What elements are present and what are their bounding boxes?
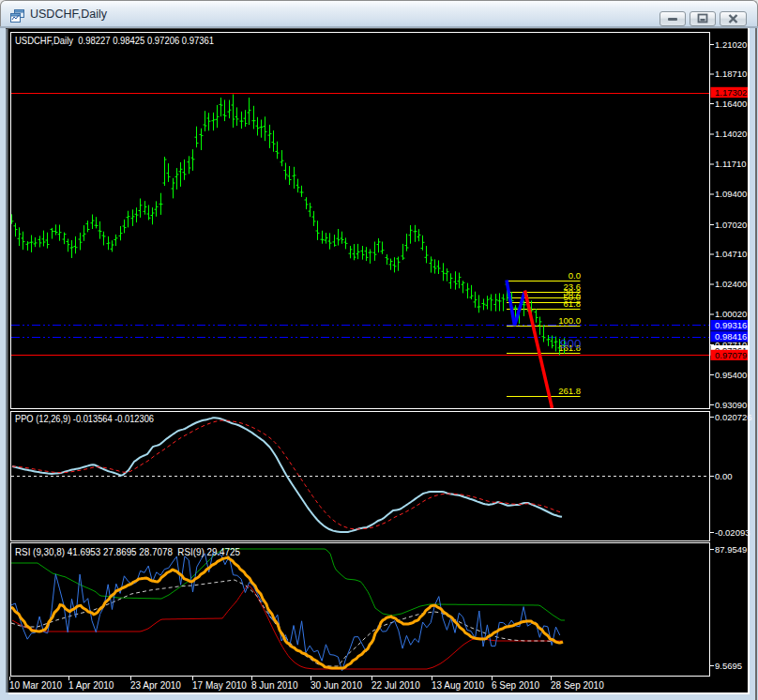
- svg-text:0.98416: 0.98416: [715, 331, 747, 342]
- svg-text:61.8: 61.8: [564, 298, 582, 309]
- svg-text:1.04710: 1.04710: [715, 249, 747, 259]
- svg-text:USDCHF,Daily 0.98227 0.98425: USDCHF,Daily 0.98227 0.98425 0.97206 0.9…: [15, 35, 214, 46]
- svg-text:900: 900: [560, 337, 582, 351]
- svg-text:1.02400: 1.02400: [715, 279, 747, 289]
- svg-text:22 Jul 2010: 22 Jul 2010: [371, 680, 420, 691]
- svg-text:0.97079: 0.97079: [715, 350, 747, 360]
- svg-text:87.9549: 87.9549: [715, 544, 747, 555]
- svg-text:PPO (12,26,9) -0.013564 -0.012: PPO (12,26,9) -0.013564 -0.012306: [15, 414, 154, 424]
- svg-text:0.00: 0.00: [715, 471, 733, 481]
- svg-text:9.5695: 9.5695: [715, 661, 742, 671]
- svg-text:6 Sep 2010: 6 Sep 2010: [492, 680, 540, 691]
- svg-text:0.95400: 0.95400: [715, 370, 747, 380]
- svg-text:1.18710: 1.18710: [715, 68, 747, 79]
- svg-text:1.11710: 1.11710: [715, 159, 747, 169]
- svg-text:261.8: 261.8: [558, 386, 581, 396]
- svg-text:30 Jun 2010: 30 Jun 2010: [311, 680, 362, 691]
- svg-text:1.16400: 1.16400: [715, 99, 747, 109]
- svg-text:28 Sep 2010: 28 Sep 2010: [551, 680, 604, 691]
- svg-text:17 May 2010: 17 May 2010: [192, 680, 247, 691]
- svg-text:1.00020: 1.00020: [715, 309, 747, 319]
- svg-text:0.93090: 0.93090: [715, 400, 747, 410]
- svg-text:1.17302: 1.17302: [715, 87, 747, 98]
- svg-text:0.0: 0.0: [568, 270, 581, 281]
- svg-text:0.99316: 0.99316: [715, 320, 747, 330]
- svg-text:8 Jun 2010: 8 Jun 2010: [251, 680, 298, 691]
- svg-text:1 Apr 2010: 1 Apr 2010: [68, 680, 114, 691]
- svg-text:100.0: 100.0: [558, 315, 581, 326]
- svg-text:23 Apr 2010: 23 Apr 2010: [130, 680, 181, 691]
- svg-text:-0.02093: -0.02093: [715, 527, 750, 538]
- svg-text:0.020726: 0.020726: [715, 412, 752, 422]
- svg-text:RSI (9,30,8) 41.6953 27.8695 2: RSI (9,30,8) 41.6953 27.8695 28.7078 RSI…: [15, 547, 240, 557]
- svg-text:13 Aug 2010: 13 Aug 2010: [432, 680, 485, 691]
- svg-text:10 Mar 2010: 10 Mar 2010: [9, 680, 63, 691]
- svg-text:1.14020: 1.14020: [715, 129, 747, 139]
- svg-text:1.07020: 1.07020: [715, 220, 747, 230]
- svg-text:1.21020: 1.21020: [715, 39, 747, 50]
- svg-text:1.09400: 1.09400: [715, 189, 747, 199]
